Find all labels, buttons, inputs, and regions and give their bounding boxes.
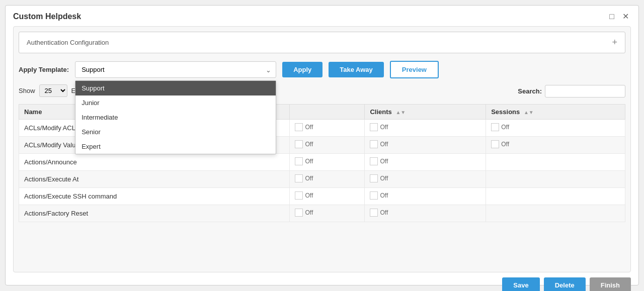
cell-servers: Off [290, 171, 365, 188]
template-label: Apply Template: [19, 66, 69, 73]
toggle-clients[interactable]: Off [370, 209, 388, 217]
dropdown-item-support[interactable]: Support [75, 81, 276, 95]
cell-servers: Off [290, 120, 365, 137]
table-row: Actions/Factory ResetOffOff [19, 205, 625, 222]
toggle-clients[interactable]: Off [370, 140, 388, 148]
template-select[interactable]: Support Junior Intermediate Senior Exper… [75, 61, 276, 78]
cell-sessions [486, 188, 625, 205]
auth-config-bar: Authentication Configuration + [19, 32, 625, 53]
cell-clients: Off [365, 120, 486, 137]
toggle-clients[interactable]: Off [370, 174, 388, 182]
cell-name: Actions/Announce [19, 154, 290, 171]
template-row: Apply Template: Support Junior Intermedi… [19, 61, 625, 78]
cell-clients: Off [365, 154, 486, 171]
entries-select[interactable]: 10 25 50 100 [39, 84, 67, 97]
cell-name: Actions/Execute SSH command [19, 188, 290, 205]
cell-sessions [486, 171, 625, 188]
cell-clients: Off [365, 171, 486, 188]
col-clients: Clients ▲▼ [365, 105, 486, 120]
cell-servers: Off [290, 154, 365, 171]
col-servers [290, 105, 365, 120]
close-button[interactable]: ✕ [620, 11, 631, 22]
toggle-servers[interactable]: Off [295, 140, 313, 148]
cell-servers: Off [290, 137, 365, 154]
toggle-servers[interactable]: Off [295, 191, 313, 200]
finish-button[interactable]: Finish [590, 277, 631, 291]
toggle-clients[interactable]: Off [370, 123, 388, 131]
cell-clients: Off [365, 188, 486, 205]
dropdown-item-senior[interactable]: Senior [75, 125, 276, 139]
template-select-wrapper: Support Junior Intermediate Senior Exper… [75, 61, 276, 78]
dropdown-item-expert[interactable]: Expert [75, 139, 276, 154]
cell-sessions: Off [486, 120, 625, 137]
dropdown-item-intermediate[interactable]: Intermediate [75, 110, 276, 125]
main-window: Custom Helpdesk □ ✕ Authentication Confi… [5, 5, 639, 285]
toggle-servers[interactable]: Off [295, 157, 313, 165]
table-row: Actions/Execute SSH commandOffOff [19, 188, 625, 205]
cell-servers: Off [290, 188, 365, 205]
search-label: Search: [518, 87, 542, 95]
toggle-servers[interactable]: Off [295, 174, 313, 182]
table-row: Actions/AnnounceOffOff [19, 154, 625, 171]
clients-sort-icon[interactable]: ▲▼ [395, 110, 406, 115]
apply-button[interactable]: Apply [282, 62, 323, 77]
toggle-sessions[interactable]: Off [491, 140, 509, 148]
content-area: Authentication Configuration + Apply Tem… [13, 26, 631, 272]
toggle-servers[interactable]: Off [295, 209, 313, 217]
dropdown-item-junior[interactable]: Junior [75, 95, 276, 110]
cell-sessions [486, 154, 625, 171]
show-label: Show [19, 87, 35, 94]
col-sessions: Sessions ▲▼ [486, 105, 625, 120]
cell-name: Actions/Factory Reset [19, 205, 290, 222]
cell-servers: Off [290, 205, 365, 222]
template-dropdown: Support Junior Intermediate Senior Exper… [75, 80, 276, 154]
toggle-clients[interactable]: Off [370, 191, 388, 200]
search-input[interactable] [545, 85, 625, 98]
toggle-sessions[interactable]: Off [491, 123, 509, 131]
auth-config-plus-button[interactable]: + [612, 37, 617, 48]
title-bar: Custom Helpdesk □ ✕ [6, 6, 638, 26]
cell-sessions [486, 205, 625, 222]
search-row: Search: [518, 85, 625, 98]
toggle-clients[interactable]: Off [370, 157, 388, 165]
table-row: Actions/Execute AtOffOff [19, 171, 625, 188]
save-button[interactable]: Save [502, 277, 539, 291]
bottom-bar: Save Delete Finish [6, 272, 638, 291]
preview-button[interactable]: Preview [390, 61, 439, 78]
toggle-servers[interactable]: Off [295, 123, 313, 131]
take-away-button[interactable]: Take Away [329, 62, 384, 77]
cell-name: Actions/Execute At [19, 171, 290, 188]
window-title: Custom Helpdesk [13, 12, 81, 21]
cell-clients: Off [365, 137, 486, 154]
title-bar-controls: □ ✕ [607, 11, 631, 22]
cell-sessions: Off [486, 137, 625, 154]
sessions-sort-icon[interactable]: ▲▼ [524, 110, 534, 115]
minimize-button[interactable]: □ [607, 11, 616, 22]
cell-clients: Off [365, 205, 486, 222]
delete-button[interactable]: Delete [544, 277, 586, 291]
auth-config-label: Authentication Configuration [27, 39, 109, 46]
